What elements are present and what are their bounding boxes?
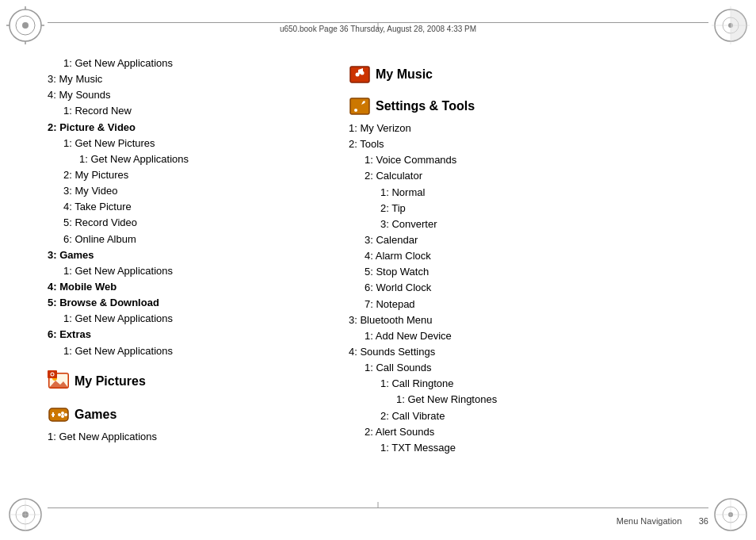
list-item: 3: Calendar — [349, 232, 708, 248]
list-item: 2: Tip — [349, 201, 708, 216]
games-icon — [48, 404, 70, 426]
list-item: 1: Get New Applications — [48, 311, 333, 327]
top-bar: u650.book Page 36 Thursday, August 28, 2… — [48, 22, 708, 36]
list-item: 6: Extras — [48, 327, 333, 343]
svg-point-2 — [22, 22, 29, 29]
list-item: 1: Call Sounds — [349, 360, 708, 376]
footer-page: 36 — [699, 516, 708, 526]
list-item: 4: Mobile Web — [48, 279, 333, 295]
svg-point-39 — [356, 73, 360, 77]
list-item: 2: Picture & Video — [48, 120, 333, 136]
tick-bottom — [378, 502, 379, 508]
svg-point-34 — [64, 413, 67, 416]
list-item: 4: My Sounds — [48, 87, 333, 103]
list-item: 1: Record New — [48, 103, 333, 119]
svg-rect-41 — [350, 98, 369, 114]
settings-icon — [349, 95, 371, 117]
svg-point-43 — [354, 109, 357, 112]
bottom-bar — [48, 507, 708, 508]
corner-decoration-br — [712, 496, 750, 534]
list-item: 1: Get New Applications — [48, 151, 333, 167]
settings-list: 1: My Verizon 2: Tools 1: Voice Commands… — [349, 121, 708, 456]
svg-point-33 — [61, 412, 64, 415]
list-item: 3: Games — [48, 247, 333, 263]
header-text: u650.book Page 36 Thursday, August 28, 2… — [280, 25, 476, 33]
list-item: 2: Tools — [349, 136, 708, 152]
list-item: 7: Notepad — [349, 297, 708, 312]
svg-point-28 — [52, 373, 54, 375]
list-item: 1: Call Ringtone — [349, 376, 708, 392]
settings-header: Settings & Tools — [349, 95, 708, 117]
list-item: 6: World Clock — [349, 280, 708, 296]
list-item: 4: Alarm Clock — [349, 248, 708, 264]
right-column: My Music Settings & Tools 1: My Verizon … — [349, 48, 708, 496]
my-music-icon — [349, 63, 371, 86]
list-item: 1: Voice Commands — [349, 152, 708, 168]
list-item: 1: Normal — [349, 185, 708, 201]
left-menu-list: 1: Get New Applications 3: My Music 4: M… — [48, 56, 333, 359]
settings-title: Settings & Tools — [376, 99, 475, 113]
left-column: 1: Get New Applications 3: My Music 4: M… — [48, 48, 349, 496]
svg-rect-32 — [52, 414, 55, 416]
list-item: 4: Take Picture — [48, 199, 333, 215]
list-item: 1: Get New Pictures — [48, 136, 333, 151]
my-pictures-header: My Pictures — [48, 370, 333, 393]
list-item: 2: Call Vibrate — [349, 408, 708, 424]
list-item: 2: Calculator — [349, 168, 708, 184]
my-music-header: My Music — [349, 63, 708, 86]
list-item: 1: Get New Applications — [48, 56, 333, 71]
corner-decoration-tr — [712, 6, 750, 44]
list-item: 5: Browse & Download — [48, 295, 333, 311]
list-item: 1: Add New Device — [349, 328, 708, 344]
svg-point-35 — [61, 415, 64, 418]
my-pictures-title: My Pictures — [74, 374, 146, 389]
list-item: 3: My Music — [48, 71, 333, 87]
list-item: 3: Bluetooth Menu — [349, 312, 708, 328]
list-item: 2: My Pictures — [48, 167, 333, 183]
games-list: 1: Get New Applications — [48, 429, 333, 445]
list-item: 5: Stop Watch — [349, 264, 708, 280]
svg-rect-37 — [350, 67, 369, 82]
list-item: 5: Record Video — [48, 215, 333, 231]
my-pictures-icon — [48, 370, 70, 393]
list-item: 3: Converter — [349, 216, 708, 232]
svg-point-36 — [58, 413, 61, 416]
main-content: 1: Get New Applications 3: My Music 4: M… — [48, 48, 708, 496]
games-header: Games — [48, 404, 333, 426]
list-item: 4: Sounds Settings — [349, 344, 708, 360]
list-item: 1: Get New Applications — [48, 429, 333, 445]
my-music-title: My Music — [376, 67, 433, 82]
list-item: 1: TXT Message — [349, 440, 708, 456]
list-item: 1: My Verizon — [349, 121, 708, 136]
list-item: 1: Get New Applications — [48, 263, 333, 279]
corner-decoration-tl — [6, 6, 44, 44]
footer-label: Menu Navigation — [617, 516, 682, 526]
games-title: Games — [74, 408, 116, 422]
list-item: 3: My Video — [48, 183, 333, 199]
list-item: 1: Get New Ringtones — [349, 392, 708, 408]
page-footer: Menu Navigation 36 — [617, 516, 708, 526]
list-item: 2: Alert Sounds — [349, 424, 708, 440]
svg-point-40 — [361, 71, 365, 75]
corner-decoration-bl — [6, 496, 44, 534]
list-item: 6: Online Album — [48, 232, 333, 247]
list-item: 1: Get New Applications — [48, 343, 333, 359]
